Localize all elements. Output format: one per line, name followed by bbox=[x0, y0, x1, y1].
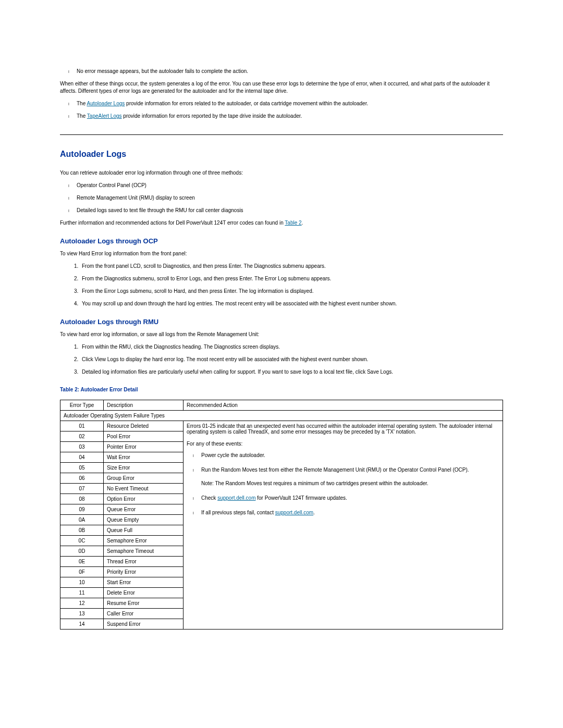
subheading-ocp: Autoloader Logs through OCP bbox=[60, 237, 503, 245]
list-item: The TapeAlert Logs provide information f… bbox=[77, 113, 503, 120]
error-code: 0F bbox=[60, 567, 104, 577]
action-note: Note: The Random Moves test requires a m… bbox=[201, 480, 499, 487]
section-heading-autoloader-logs: Autoloader Logs bbox=[60, 150, 503, 159]
error-code: 07 bbox=[60, 484, 104, 494]
error-description: Wait Error bbox=[104, 452, 183, 463]
th-error-type: Error Type bbox=[60, 400, 104, 411]
error-description: Semaphore Timeout bbox=[104, 546, 183, 557]
text: provide information for errors reported … bbox=[122, 113, 302, 119]
error-description: No Event Timeout bbox=[104, 484, 183, 494]
list-item: Click View Logs to display the hard erro… bbox=[80, 356, 503, 363]
error-description: Resource Deleted bbox=[104, 421, 183, 431]
error-description: Pointer Error bbox=[104, 442, 183, 452]
error-code: 10 bbox=[60, 577, 104, 588]
section-text: Autoloader Operating System Failure Type… bbox=[60, 411, 503, 421]
error-description: Semaphore Error bbox=[104, 536, 183, 546]
list-item: The Autoloader Logs provide information … bbox=[77, 100, 503, 107]
logs-types-list: The Autoloader Logs provide information … bbox=[60, 100, 503, 120]
error-description: Start Error bbox=[104, 577, 183, 588]
list-item: Detailed logs saved to text file through… bbox=[77, 207, 503, 214]
error-code: 06 bbox=[60, 473, 104, 484]
list-item: From within the RMU, click the Diagnosti… bbox=[80, 343, 503, 351]
error-code: 11 bbox=[60, 588, 104, 598]
text: The bbox=[77, 113, 87, 119]
th-description: Description bbox=[104, 400, 183, 411]
list-item: Run the Random Moves test from either th… bbox=[201, 466, 499, 487]
error-code: 0E bbox=[60, 557, 104, 567]
error-code: 0C bbox=[60, 536, 104, 546]
list-item: You may scroll up and down through the h… bbox=[80, 300, 503, 307]
error-code: 12 bbox=[60, 598, 104, 609]
rmu-steps: From within the RMU, click the Diagnosti… bbox=[60, 343, 503, 376]
rmu-intro: To view hard error log information, or s… bbox=[60, 331, 503, 338]
error-table: Error Type Description Recommended Actio… bbox=[60, 400, 503, 630]
error-code: 0D bbox=[60, 546, 104, 557]
text: The bbox=[77, 101, 87, 106]
support-link[interactable]: support.dell.com bbox=[217, 495, 255, 501]
autoloader-logs-link[interactable]: Autoloader Logs bbox=[87, 101, 125, 106]
support-link[interactable]: support.dell.com bbox=[275, 510, 313, 515]
error-description: Suspend Error bbox=[104, 619, 183, 630]
intro-top-list: No error message appears, but the autolo… bbox=[60, 68, 503, 75]
th-recommended-action: Recommended Action bbox=[183, 400, 503, 411]
action-for-any: For any of these events: bbox=[187, 441, 499, 447]
error-code: 09 bbox=[60, 504, 104, 515]
list-item: Check support.dell.com for PowerVault 12… bbox=[201, 495, 499, 502]
text: . bbox=[302, 220, 303, 226]
error-code: 0A bbox=[60, 515, 104, 525]
error-description: Size Error bbox=[104, 463, 183, 473]
error-description: Queue Empty bbox=[104, 515, 183, 525]
error-description: Priority Error bbox=[104, 567, 183, 577]
list-item: Operator Control Panel (OCP) bbox=[77, 182, 503, 189]
error-code: 01 bbox=[60, 421, 104, 431]
action-steps-list: Power cycle the autoloader.Run the Rando… bbox=[187, 452, 499, 516]
list-item: From the front panel LCD, scroll to Diag… bbox=[80, 263, 503, 270]
ocp-intro: To view Hard Error log information from … bbox=[60, 250, 503, 257]
error-description: Option Error bbox=[104, 494, 183, 504]
further-info: Further information and recommended acti… bbox=[60, 219, 503, 227]
table-header-row: Error Type Description Recommended Actio… bbox=[60, 400, 503, 411]
error-description: Caller Error bbox=[104, 609, 183, 619]
ocp-steps: From the front panel LCD, scroll to Diag… bbox=[60, 263, 503, 307]
error-code: 03 bbox=[60, 442, 104, 452]
error-description: Group Error bbox=[104, 473, 183, 484]
list-item: Detailed log information files are parti… bbox=[80, 368, 503, 376]
error-code: 0B bbox=[60, 525, 104, 536]
list-item: From the Diagnostics submenu, scroll to … bbox=[80, 275, 503, 282]
text: provide information for errors related t… bbox=[125, 101, 368, 106]
list-item: If all previous steps fail, contact supp… bbox=[201, 509, 499, 516]
error-code: 08 bbox=[60, 494, 104, 504]
methods-list: Operator Control Panel (OCP) Remote Mana… bbox=[60, 182, 503, 214]
table-row: 01Resource DeletedErrors 01-25 indicate … bbox=[60, 421, 503, 431]
list-item: Remote Management Unit (RMU) display to … bbox=[77, 194, 503, 202]
error-description: Thread Error bbox=[104, 557, 183, 567]
table-section-row: Autoloader Operating System Failure Type… bbox=[60, 411, 503, 421]
error-description: Delete Error bbox=[104, 588, 183, 598]
table-2-link[interactable]: Table 2 bbox=[285, 220, 301, 226]
error-code: 13 bbox=[60, 609, 104, 619]
action-intro: Errors 01-25 indicate that an unexpected… bbox=[187, 423, 499, 435]
divider bbox=[60, 134, 503, 135]
list-item: Power cycle the autoloader. bbox=[201, 452, 499, 459]
error-code: 02 bbox=[60, 431, 104, 442]
section-intro: You can retrieve autoloader error log in… bbox=[60, 169, 503, 177]
page-content: No error message appears, but the autolo… bbox=[0, 0, 563, 650]
error-code: 05 bbox=[60, 463, 104, 473]
error-code: 04 bbox=[60, 452, 104, 463]
subheading-rmu: Autoloader Logs through RMU bbox=[60, 318, 503, 326]
error-description: Pool Error bbox=[104, 431, 183, 442]
list-item: From the Error Logs submenu, scroll to H… bbox=[80, 288, 503, 295]
error-description: Resume Error bbox=[104, 598, 183, 609]
tapealert-logs-link[interactable]: TapeAlert Logs bbox=[87, 113, 122, 119]
error-description: Queue Full bbox=[104, 525, 183, 536]
error-code: 14 bbox=[60, 619, 104, 630]
recommended-action-cell: Errors 01-25 indicate that an unexpected… bbox=[183, 421, 503, 630]
list-item: No error message appears, but the autolo… bbox=[77, 68, 503, 75]
error-description: Queue Error bbox=[104, 504, 183, 515]
intro-paragraph: When either of these things occur, the s… bbox=[60, 80, 503, 95]
text: Further information and recommended acti… bbox=[60, 220, 285, 226]
table-caption: Table 2: Autoloader Error Detail bbox=[60, 386, 503, 393]
